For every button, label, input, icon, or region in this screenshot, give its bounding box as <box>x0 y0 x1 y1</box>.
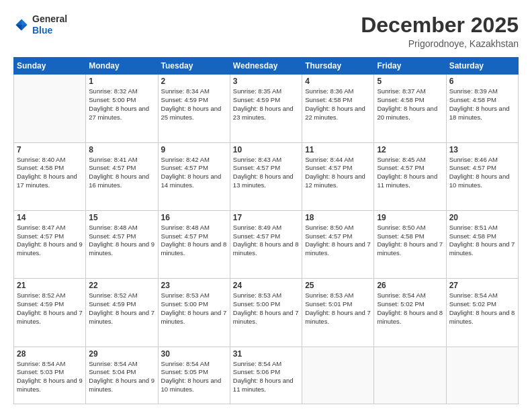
calendar: Sunday Monday Tuesday Wednesday Thursday… <box>13 57 519 404</box>
cell-w3-d2: 15Sunrise: 8:48 AMSunset: 4:57 PMDayligh… <box>86 210 158 278</box>
day-number: 26 <box>377 281 443 290</box>
day-number: 22 <box>89 281 154 290</box>
cell-w5-d3: 30Sunrise: 8:54 AMSunset: 5:05 PMDayligh… <box>158 347 230 404</box>
day-info: Sunrise: 8:45 AMSunset: 4:57 PMDaylight:… <box>377 156 443 190</box>
week-row-5: 28Sunrise: 8:54 AMSunset: 5:03 PMDayligh… <box>14 347 519 404</box>
cell-w1-d2: 1Sunrise: 8:32 AMSunset: 5:00 PMDaylight… <box>86 75 158 142</box>
title-block: December 2025 Prigorodnoye, Kazakhstan <box>361 13 519 49</box>
day-info: Sunrise: 8:54 AMSunset: 5:02 PMDaylight:… <box>449 291 515 326</box>
day-info: Sunrise: 8:53 AMSunset: 5:01 PMDaylight:… <box>305 291 371 326</box>
cell-w2-d6: 12Sunrise: 8:45 AMSunset: 4:57 PMDayligh… <box>374 142 446 210</box>
month-title: December 2025 <box>361 13 519 37</box>
day-number: 7 <box>17 145 83 154</box>
cell-w2-d3: 9Sunrise: 8:42 AMSunset: 4:57 PMDaylight… <box>158 142 230 210</box>
day-number: 11 <box>305 145 371 154</box>
day-info: Sunrise: 8:52 AMSunset: 4:59 PMDaylight:… <box>89 291 154 326</box>
cell-w3-d6: 19Sunrise: 8:50 AMSunset: 4:58 PMDayligh… <box>374 210 446 278</box>
day-info: Sunrise: 8:48 AMSunset: 4:57 PMDaylight:… <box>161 224 227 258</box>
cell-w5-d7 <box>446 347 518 404</box>
day-number: 23 <box>161 281 227 290</box>
day-number: 19 <box>377 213 443 222</box>
day-number: 28 <box>17 349 83 359</box>
cell-w1-d1 <box>14 75 86 142</box>
day-info: Sunrise: 8:46 AMSunset: 4:57 PMDaylight:… <box>449 156 515 190</box>
cell-w4-d7: 27Sunrise: 8:54 AMSunset: 5:02 PMDayligh… <box>446 279 518 347</box>
day-info: Sunrise: 8:42 AMSunset: 4:57 PMDaylight:… <box>161 156 227 190</box>
day-info: Sunrise: 8:54 AMSunset: 5:02 PMDaylight:… <box>377 291 443 326</box>
day-number: 24 <box>233 281 299 290</box>
location: Prigorodnoye, Kazakhstan <box>361 38 519 49</box>
cell-w2-d5: 11Sunrise: 8:44 AMSunset: 4:57 PMDayligh… <box>302 142 374 210</box>
cell-w1-d7: 6Sunrise: 8:39 AMSunset: 4:58 PMDaylight… <box>446 75 518 142</box>
logo-text: General Blue <box>32 13 67 36</box>
day-info: Sunrise: 8:54 AMSunset: 5:06 PMDaylight:… <box>233 360 299 394</box>
day-info: Sunrise: 8:37 AMSunset: 4:58 PMDaylight:… <box>377 87 443 122</box>
day-number: 6 <box>449 77 515 86</box>
day-number: 3 <box>233 77 299 86</box>
day-number: 12 <box>377 145 443 154</box>
day-number: 30 <box>161 349 227 359</box>
day-number: 4 <box>305 77 371 86</box>
cell-w2-d7: 13Sunrise: 8:46 AMSunset: 4:57 PMDayligh… <box>446 142 518 210</box>
day-number: 29 <box>89 349 154 359</box>
cell-w3-d3: 16Sunrise: 8:48 AMSunset: 4:57 PMDayligh… <box>158 210 230 278</box>
svg-marker-2 <box>15 25 21 31</box>
header-thursday: Thursday <box>302 58 374 75</box>
day-info: Sunrise: 8:53 AMSunset: 5:00 PMDaylight:… <box>233 291 299 326</box>
week-row-3: 14Sunrise: 8:47 AMSunset: 4:57 PMDayligh… <box>14 210 519 278</box>
cell-w4-d5: 25Sunrise: 8:53 AMSunset: 5:01 PMDayligh… <box>302 279 374 347</box>
cell-w5-d5 <box>302 347 374 404</box>
cell-w1-d5: 4Sunrise: 8:36 AMSunset: 4:58 PMDaylight… <box>302 75 374 142</box>
logo: General Blue <box>13 13 67 36</box>
header-saturday: Saturday <box>446 58 518 75</box>
day-number: 15 <box>89 213 154 222</box>
day-info: Sunrise: 8:47 AMSunset: 4:57 PMDaylight:… <box>17 224 83 258</box>
day-info: Sunrise: 8:54 AMSunset: 5:04 PMDaylight:… <box>89 360 154 394</box>
header-monday: Monday <box>86 58 158 75</box>
cell-w2-d1: 7Sunrise: 8:40 AMSunset: 4:58 PMDaylight… <box>14 142 86 210</box>
day-info: Sunrise: 8:51 AMSunset: 4:58 PMDaylight:… <box>449 224 515 258</box>
day-number: 31 <box>233 349 299 359</box>
day-number: 10 <box>233 145 299 154</box>
day-info: Sunrise: 8:54 AMSunset: 5:03 PMDaylight:… <box>17 360 83 394</box>
cell-w4-d2: 22Sunrise: 8:52 AMSunset: 4:59 PMDayligh… <box>86 279 158 347</box>
logo-general: General <box>32 13 67 25</box>
day-info: Sunrise: 8:43 AMSunset: 4:57 PMDaylight:… <box>233 156 299 190</box>
week-row-1: 1Sunrise: 8:32 AMSunset: 5:00 PMDaylight… <box>14 75 519 142</box>
cell-w3-d1: 14Sunrise: 8:47 AMSunset: 4:57 PMDayligh… <box>14 210 86 278</box>
cell-w1-d4: 3Sunrise: 8:35 AMSunset: 4:59 PMDaylight… <box>230 75 302 142</box>
cell-w4-d1: 21Sunrise: 8:52 AMSunset: 4:59 PMDayligh… <box>14 279 86 347</box>
day-number: 5 <box>377 77 443 86</box>
weekday-header-row: Sunday Monday Tuesday Wednesday Thursday… <box>14 58 519 75</box>
cell-w1-d3: 2Sunrise: 8:34 AMSunset: 4:59 PMDaylight… <box>158 75 230 142</box>
day-info: Sunrise: 8:32 AMSunset: 5:00 PMDaylight:… <box>89 87 154 122</box>
cell-w3-d5: 18Sunrise: 8:50 AMSunset: 4:57 PMDayligh… <box>302 210 374 278</box>
logo-icon <box>13 17 30 33</box>
header-wednesday: Wednesday <box>230 58 302 75</box>
day-number: 27 <box>449 281 515 290</box>
cell-w5-d6 <box>374 347 446 404</box>
cell-w2-d4: 10Sunrise: 8:43 AMSunset: 4:57 PMDayligh… <box>230 142 302 210</box>
day-info: Sunrise: 8:53 AMSunset: 5:00 PMDaylight:… <box>161 291 227 326</box>
day-info: Sunrise: 8:39 AMSunset: 4:58 PMDaylight:… <box>449 87 515 122</box>
day-info: Sunrise: 8:44 AMSunset: 4:57 PMDaylight:… <box>305 156 371 190</box>
day-info: Sunrise: 8:52 AMSunset: 4:59 PMDaylight:… <box>17 291 83 326</box>
week-row-4: 21Sunrise: 8:52 AMSunset: 4:59 PMDayligh… <box>14 279 519 347</box>
cell-w2-d2: 8Sunrise: 8:41 AMSunset: 4:57 PMDaylight… <box>86 142 158 210</box>
week-row-2: 7Sunrise: 8:40 AMSunset: 4:58 PMDaylight… <box>14 142 519 210</box>
day-number: 18 <box>305 213 371 222</box>
cell-w4-d4: 24Sunrise: 8:53 AMSunset: 5:00 PMDayligh… <box>230 279 302 347</box>
day-number: 21 <box>17 281 83 290</box>
day-info: Sunrise: 8:48 AMSunset: 4:57 PMDaylight:… <box>89 224 154 258</box>
day-info: Sunrise: 8:50 AMSunset: 4:58 PMDaylight:… <box>377 224 443 258</box>
logo-blue: Blue <box>32 25 67 36</box>
header: General Blue December 2025 Prigorodnoye,… <box>13 13 519 49</box>
cell-w3-d7: 20Sunrise: 8:51 AMSunset: 4:58 PMDayligh… <box>446 210 518 278</box>
day-info: Sunrise: 8:50 AMSunset: 4:57 PMDaylight:… <box>305 224 371 258</box>
day-info: Sunrise: 8:49 AMSunset: 4:57 PMDaylight:… <box>233 224 299 258</box>
cell-w1-d6: 5Sunrise: 8:37 AMSunset: 4:58 PMDaylight… <box>374 75 446 142</box>
cell-w5-d4: 31Sunrise: 8:54 AMSunset: 5:06 PMDayligh… <box>230 347 302 404</box>
day-number: 20 <box>449 213 515 222</box>
day-number: 8 <box>89 145 154 154</box>
day-info: Sunrise: 8:36 AMSunset: 4:58 PMDaylight:… <box>305 87 371 122</box>
